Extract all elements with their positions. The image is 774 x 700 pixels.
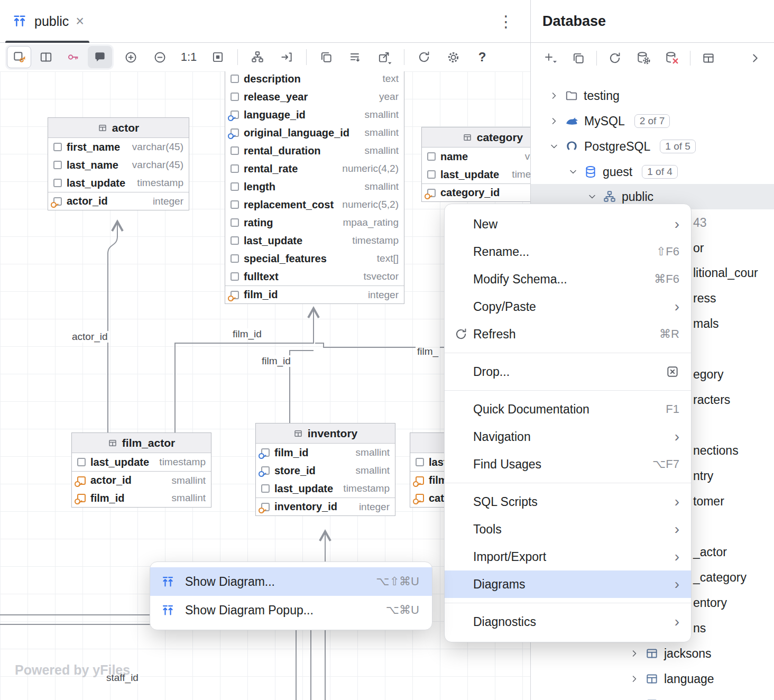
refresh-button[interactable] — [412, 46, 436, 68]
toggle-panes-button[interactable] — [34, 46, 58, 68]
table-row[interactable]: release_year year — [225, 88, 404, 106]
copy-diagram-button[interactable] — [314, 46, 338, 68]
menu-item-new[interactable]: New › — [445, 210, 691, 238]
tree-item-fragment[interactable]: ns — [693, 615, 706, 641]
tree-item-fragment[interactable]: _category — [693, 565, 747, 590]
menu-item-refresh[interactable]: Refresh ⌘R — [445, 320, 691, 348]
table-row[interactable]: rating mpaa_rating — [225, 214, 404, 232]
diagram-table-actor[interactable]: actor first_name varchar(45) last_name v… — [48, 117, 189, 210]
menu-item-quick-documentation[interactable]: Quick Documentation F1 — [445, 395, 691, 423]
export-button[interactable] — [372, 46, 397, 68]
table-row[interactable]: inventory_id integer — [256, 498, 395, 515]
table-row[interactable]: original_language_id smallint — [225, 124, 404, 142]
tree-item-fragment[interactable]: 43 — [693, 210, 707, 235]
zoom-reset-button[interactable]: 1:1 — [177, 46, 201, 68]
settings-button[interactable] — [441, 46, 465, 68]
table-row[interactable]: store_id smallint — [256, 462, 395, 480]
diagram-table-film-actor[interactable]: film_actor last_update timestamp actor_i… — [71, 432, 211, 508]
notes-button[interactable] — [343, 46, 367, 68]
table-row[interactable]: film_id smallint — [72, 489, 211, 507]
table-row[interactable]: last_update timestamp — [256, 480, 395, 498]
chevron-down-icon[interactable] — [549, 141, 559, 152]
tree-item-fragment[interactable]: racters — [693, 387, 730, 412]
table-row[interactable]: rental_duration smallint — [225, 142, 404, 160]
tab-public[interactable]: public × — [0, 0, 95, 42]
chevron-right-icon[interactable] — [549, 90, 559, 101]
tree-item-fragment[interactable]: tomer — [693, 489, 724, 514]
menu-item-copy-paste[interactable]: Copy/Paste › — [445, 293, 691, 320]
table-row[interactable]: film_id integer — [225, 285, 404, 303]
table-header[interactable]: inventory — [256, 423, 395, 444]
layout-direction-button[interactable] — [274, 46, 299, 68]
table-row[interactable]: rental_rate numeric(4,2) — [225, 160, 404, 178]
menu-item-show-diagram-popup[interactable]: Show Diagram Popup... ⌥⌘U — [150, 596, 432, 624]
tree-item-fragment[interactable]: ress — [693, 285, 716, 311]
toggle-keys-button[interactable] — [61, 46, 85, 68]
table-row[interactable]: last_name varchar(45) — [48, 156, 189, 174]
tab-close-icon[interactable]: × — [76, 14, 84, 29]
tree-item-guest[interactable]: guest 1 of 4 — [531, 159, 774, 185]
table-row[interactable]: category_id — [422, 183, 530, 201]
table-header[interactable]: film_actor — [72, 433, 211, 453]
table-header[interactable]: actor — [48, 118, 189, 138]
apply-layout-button[interactable] — [245, 46, 270, 68]
menu-item-modify-schema[interactable]: Modify Schema... ⌘F6 — [445, 265, 691, 293]
chevron-right-icon[interactable] — [629, 674, 640, 684]
chevron-down-icon[interactable] — [568, 167, 578, 177]
tree-item-fragment[interactable]: _actor — [693, 539, 727, 565]
table-row[interactable]: actor_id smallint — [72, 471, 211, 489]
menu-item-rename[interactable]: Rename... ⇧F6 — [445, 238, 691, 265]
tree-item-partial[interactable] — [531, 692, 774, 700]
menu-item-tools[interactable]: Tools › — [445, 515, 691, 543]
tree-item-fragment[interactable]: litional_cour — [693, 260, 758, 285]
tree-item-fragment[interactable]: nections — [693, 438, 739, 463]
tree-item-mysql[interactable]: MySQL 2 of 7 — [531, 108, 774, 134]
table-row[interactable]: language_id smallint — [225, 106, 404, 124]
tree-item-testing[interactable]: testing — [531, 83, 774, 108]
table-row[interactable]: special_features text[] — [225, 250, 404, 268]
table-row[interactable]: last_update timestamp — [422, 165, 530, 183]
chevron-right-icon[interactable] — [549, 116, 559, 126]
zoom-in-button[interactable] — [118, 46, 143, 68]
tree-item-language[interactable]: language — [531, 666, 774, 692]
tree-item-jacksons[interactable]: jacksons — [531, 641, 774, 666]
menu-shortcut: ⌘F6 — [654, 272, 679, 286]
fit-content-button[interactable] — [206, 46, 230, 68]
table-row[interactable]: last_update timestamp — [225, 232, 404, 250]
table-row[interactable]: film_id smallint — [256, 444, 395, 462]
diagram-table-category[interactable]: category name varchar last_update timest… — [421, 127, 530, 202]
menu-item-navigation[interactable]: Navigation › — [445, 423, 691, 450]
help-button[interactable]: ? — [470, 46, 494, 68]
menu-item-import-export[interactable]: Import/Export › — [445, 543, 691, 570]
table-row[interactable]: last_update timestamp — [72, 453, 211, 471]
chevron-down-icon[interactable] — [587, 191, 597, 202]
menu-item-find-usages[interactable]: Find Usages ⌥F7 — [445, 450, 691, 478]
table-row[interactable]: replacement_cost numeric(5,2) — [225, 196, 404, 214]
table-row[interactable]: fulltext tsvector — [225, 268, 404, 285]
table-row[interactable]: name varchar — [422, 148, 530, 165]
table-row[interactable]: length smallint — [225, 178, 404, 196]
tab-options-kebab-icon[interactable]: ⋮ — [495, 11, 517, 32]
menu-item-diagrams[interactable]: Diagrams › — [445, 570, 691, 598]
diagram-table-inventory[interactable]: inventory film_id smallint store_id smal… — [255, 423, 395, 516]
table-row[interactable]: description text — [225, 71, 404, 88]
tree-item-fragment[interactable]: or — [693, 235, 704, 261]
toggle-comments-button[interactable] — [88, 46, 112, 68]
table-row[interactable]: first_name varchar(45) — [48, 138, 189, 156]
tree-item-postgresql[interactable]: PostgreSQL 1 of 5 — [531, 134, 774, 159]
table-row[interactable]: last_update timestamp — [48, 174, 189, 192]
zoom-out-button[interactable] — [148, 46, 172, 68]
menu-item-diagnostics[interactable]: Diagnostics › — [445, 608, 691, 635]
tree-item-fragment[interactable]: ntry — [693, 463, 713, 489]
tree-item-fragment[interactable]: entory — [693, 590, 727, 615]
menu-item-sql-scripts[interactable]: SQL Scripts › — [445, 488, 691, 515]
table-row[interactable]: actor_id integer — [48, 192, 189, 210]
chevron-right-icon[interactable] — [629, 648, 640, 659]
menu-item-show-diagram[interactable]: Show Diagram... ⌥⇧⌘U — [150, 567, 432, 596]
tree-item-fragment[interactable]: mals — [693, 311, 719, 336]
toggle-columns-button[interactable] — [7, 46, 31, 68]
tree-item-fragment[interactable]: egory — [693, 362, 724, 387]
menu-item-drop[interactable]: Drop... — [445, 358, 691, 385]
table-header[interactable]: category — [422, 127, 530, 148]
diagram-table-film[interactable]: description text release_year year langu… — [225, 71, 404, 304]
